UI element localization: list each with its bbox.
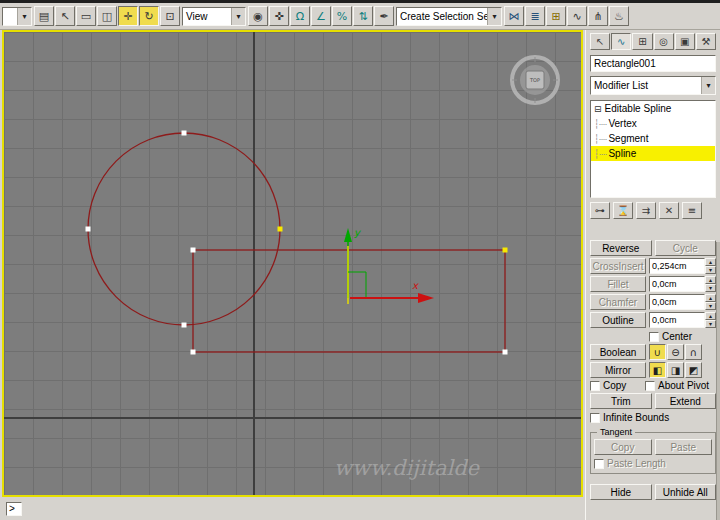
make-unique-icon[interactable]: ⇉ (636, 202, 656, 219)
remove-modifier-icon[interactable]: ✕ (659, 202, 679, 219)
chevron-down-icon[interactable]: ▾ (487, 8, 501, 25)
chevron-down-icon[interactable]: ▾ (17, 8, 31, 25)
hierarchy-tab[interactable]: ⊞ (632, 33, 652, 50)
spinner-snap-icon[interactable]: ⇅ (353, 6, 373, 26)
maxscript-mini-listener[interactable]: > (6, 502, 22, 516)
tangent-paste-button[interactable]: Paste (655, 439, 713, 455)
crossinsert-spinner[interactable]: 0,254cm ▴▾ (649, 258, 716, 274)
mirror-vertical-icon[interactable]: ◨ (667, 362, 684, 378)
vertex-marker[interactable] (503, 350, 508, 355)
mirror-both-icon[interactable]: ◩ (685, 362, 702, 378)
extend-button[interactable]: Extend (655, 393, 717, 409)
unhide-all-button[interactable]: Unhide All (655, 484, 717, 500)
angle-snap-icon[interactable]: ∠ (311, 6, 331, 26)
reverse-button[interactable]: Reverse (590, 240, 652, 256)
spinner-up-icon[interactable]: ▴ (705, 258, 716, 266)
fillet-spinner[interactable]: 0,0cm ▴▾ (649, 276, 716, 292)
stack-item-spline[interactable]: ┆···· Spline (591, 146, 715, 161)
select-and-rotate-icon[interactable]: ↻ (139, 6, 159, 26)
mirror-button[interactable]: Mirror (590, 362, 646, 378)
outline-spinner[interactable]: 0,0cm ▴▾ (649, 312, 716, 328)
center-checkbox[interactable] (649, 332, 659, 342)
spinner-up-icon[interactable]: ▴ (705, 294, 716, 302)
create-tab[interactable]: ↖ (590, 33, 610, 50)
curve-editor-icon[interactable]: ∿ (567, 6, 587, 26)
align-icon[interactable]: ≣ (525, 6, 545, 26)
outline-button[interactable]: Outline (590, 312, 646, 328)
crossinsert-button[interactable]: CrossInsert (590, 258, 646, 274)
select-and-move-icon[interactable]: ✛ (118, 6, 138, 26)
y-axis-arrowhead[interactable] (344, 228, 352, 242)
boolean-intersection-icon[interactable]: ∩ (685, 344, 702, 360)
modifier-list-dropdown[interactable]: Modifier List ▾ (590, 76, 716, 95)
boolean-button[interactable]: Boolean (590, 344, 646, 360)
edit-named-selection-sets-icon[interactable]: ✒ (374, 6, 394, 26)
window-crossing-icon[interactable]: ◫ (97, 6, 117, 26)
select-and-manipulate-icon[interactable]: ✜ (269, 6, 289, 26)
spinner-down-icon[interactable]: ▾ (705, 266, 716, 274)
spinner-down-icon[interactable]: ▾ (705, 284, 716, 292)
mirror-horizontal-icon[interactable]: ◧ (649, 362, 666, 378)
modifier-stack[interactable]: ⊟ Editable Spline ┆···· Vertex ┆···· Seg… (590, 100, 716, 198)
vertex-marker[interactable] (182, 323, 187, 328)
pin-stack-icon[interactable]: ⊶ (590, 202, 610, 219)
about-pivot-checkbox[interactable] (645, 381, 655, 391)
percent-snap-icon[interactable]: % (332, 6, 352, 26)
spinner-down-icon[interactable]: ▾ (705, 302, 716, 310)
top-viewport[interactable]: y x TOP www.dijitalde (2, 30, 583, 497)
select-by-name-icon[interactable]: ▤ (34, 6, 54, 26)
paste-length-checkbox[interactable] (594, 459, 604, 469)
vertex-marker[interactable] (86, 227, 91, 232)
selection-filter-dropdown[interactable]: ▾ (2, 7, 32, 26)
xy-plane-handle[interactable] (348, 272, 366, 298)
tangent-copy-button[interactable]: Copy (594, 439, 652, 455)
mirror-icon[interactable]: ⋈ (504, 6, 524, 26)
snap-toggle-icon[interactable]: Ω (290, 6, 310, 26)
motion-tab[interactable]: ◎ (654, 33, 674, 50)
layer-manager-icon[interactable]: ⊞ (546, 6, 566, 26)
use-pivot-point-center-icon[interactable]: ◉ (248, 6, 268, 26)
named-selection-sets-dropdown[interactable]: Create Selection Se ▾ (396, 7, 502, 26)
select-object-icon[interactable]: ↖ (55, 6, 75, 26)
configure-modifier-sets-icon[interactable]: ≡ (682, 202, 702, 219)
chamfer-spinner[interactable]: 0,0cm ▴▾ (649, 294, 716, 310)
copy-checkbox[interactable] (590, 381, 600, 391)
fillet-button[interactable]: Fillet (590, 276, 646, 292)
selected-vertex-marker[interactable] (503, 248, 508, 253)
schematic-view-icon[interactable]: ⋔ (588, 6, 608, 26)
spinner-up-icon[interactable]: ▴ (705, 276, 716, 284)
trim-button[interactable]: Trim (590, 393, 652, 409)
viewcube[interactable]: TOP (512, 57, 558, 103)
rectangular-selection-region-icon[interactable]: ▭ (76, 6, 96, 26)
circle-spline[interactable] (88, 133, 280, 325)
modify-tab[interactable]: ∿ (611, 33, 631, 50)
object-name-field[interactable]: Rectangle001 (590, 55, 716, 72)
vertex-marker[interactable] (182, 131, 187, 136)
stack-item-vertex[interactable]: ┆···· Vertex (591, 116, 715, 131)
collapse-icon[interactable]: ⊟ (594, 104, 602, 114)
utilities-tab[interactable]: ⚒ (696, 33, 716, 50)
display-tab[interactable]: ▣ (675, 33, 695, 50)
reference-coordinate-dropdown[interactable]: View ▾ (182, 7, 246, 26)
x-axis-arrowhead[interactable] (418, 293, 434, 303)
vertex-marker[interactable] (191, 350, 196, 355)
stack-item-segment[interactable]: ┆···· Segment (591, 131, 715, 146)
chamfer-button[interactable]: Chamfer (590, 294, 646, 310)
stack-item-editable-spline[interactable]: ⊟ Editable Spline (591, 101, 715, 116)
render-setup-icon[interactable]: ♨ (609, 6, 629, 26)
selected-vertex-marker[interactable] (278, 227, 283, 232)
cycle-button[interactable]: Cycle (655, 240, 717, 256)
spinner-up-icon[interactable]: ▴ (705, 312, 716, 320)
chevron-down-icon[interactable]: ▾ (231, 8, 245, 25)
spinner-down-icon[interactable]: ▾ (705, 320, 716, 328)
vertex-marker[interactable] (191, 248, 196, 253)
infinite-bounds-checkbox[interactable] (590, 413, 600, 423)
boolean-union-icon[interactable]: ∪ (649, 344, 666, 360)
rectangle-spline[interactable] (193, 250, 505, 352)
hide-button[interactable]: Hide (590, 484, 652, 500)
panel-scrollbar[interactable] (716, 242, 720, 520)
select-and-scale-icon[interactable]: ⊡ (160, 6, 180, 26)
chevron-down-icon[interactable]: ▾ (701, 77, 715, 94)
show-end-result-icon[interactable]: ⌛ (613, 202, 633, 219)
boolean-subtraction-icon[interactable]: ⊖ (667, 344, 684, 360)
